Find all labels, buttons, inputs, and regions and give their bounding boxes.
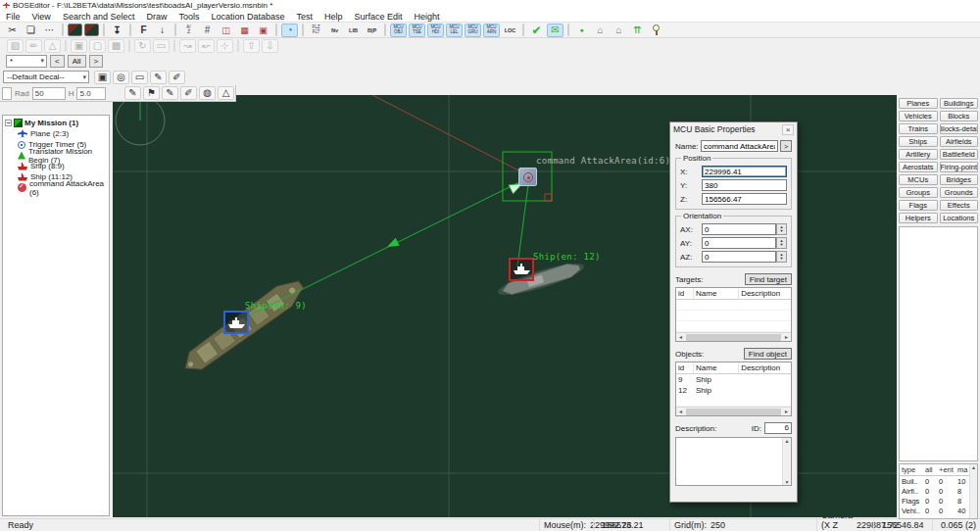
category-button[interactable]: Grounds (940, 187, 979, 198)
decal-pick-button[interactable]: ✎ (150, 71, 167, 84)
category-button[interactable]: Battlefield (940, 149, 979, 160)
scroll-left-icon[interactable]: ◄ (676, 409, 685, 414)
airfield-a-button[interactable]: ⌂ (592, 24, 609, 37)
dialog-title-bar[interactable]: MCU Basic Properties × (670, 122, 797, 136)
surface-edit-b-button[interactable]: ✐ (180, 86, 197, 100)
separator[interactable] (567, 24, 569, 36)
separator[interactable] (173, 39, 175, 52)
spinner-control[interactable]: ▲▼ (776, 251, 787, 263)
category-button[interactable]: Locations (940, 213, 979, 223)
menu-item[interactable]: Draw (140, 12, 172, 22)
scroll-thumb[interactable] (686, 334, 781, 341)
texture-grid-button[interactable]: ▩ (108, 39, 124, 53)
separator[interactable] (275, 24, 277, 36)
surface-pick-button[interactable]: ✎ (124, 86, 141, 100)
name-input[interactable] (701, 140, 778, 152)
drop-to-ground-button[interactable]: ↧ (109, 24, 125, 37)
position-input[interactable] (702, 166, 787, 177)
category-button[interactable]: Vehicles (899, 111, 938, 121)
shape-rect-button[interactable]: ▭ (153, 39, 170, 53)
orientation-input[interactable] (702, 223, 776, 235)
filter-bp-button[interactable]: B|P (364, 24, 380, 37)
node-curve-button[interactable]: ↜ (198, 39, 215, 53)
category-button[interactable]: Planes (899, 98, 938, 109)
filter-nv-button[interactable]: Nv (326, 24, 343, 37)
description-textarea[interactable]: ▲ ▼ (675, 437, 792, 486)
object-row[interactable]: 9 Ship (676, 374, 791, 385)
category-button[interactable]: Firing-point (940, 162, 979, 172)
decal-image-button[interactable]: ▣ (94, 71, 111, 84)
category-button[interactable]: Aerostats (899, 162, 938, 172)
separator[interactable] (65, 39, 67, 52)
decal-paint-button[interactable]: ▧ (7, 39, 24, 53)
grid-button[interactable]: # (199, 24, 216, 37)
texture-image-button[interactable]: ▣ (71, 39, 87, 53)
menu-item[interactable]: Surface Edit (349, 12, 409, 22)
map-ids-button[interactable]: ◫ (218, 24, 234, 37)
mcu-arn-button[interactable]: MCU ARN (483, 24, 500, 37)
decal-polygon-button[interactable]: △ (44, 39, 61, 53)
expand-name-button[interactable]: > (780, 140, 792, 152)
radius-input[interactable] (32, 87, 66, 100)
object-list[interactable] (899, 226, 978, 461)
scroll-right-icon[interactable]: ► (782, 334, 791, 340)
objects-table[interactable]: id Name Description 9 Ship 12 Ship (675, 362, 792, 416)
category-button[interactable]: Effects (940, 200, 979, 211)
mcu-gru-button[interactable]: MCU GRU (465, 24, 481, 37)
tree-item[interactable]: Plane (2:3) (18, 128, 109, 139)
targets-table[interactable]: id Name Description ◄ ► (675, 287, 792, 342)
all-button[interactable]: All (68, 55, 86, 68)
vertical-scrollbar[interactable]: ▲ ▼ (782, 438, 791, 485)
ship9-selection[interactable] (224, 312, 248, 333)
map-preview-2[interactable] (84, 24, 99, 36)
attack-area-mcu-icon[interactable] (518, 168, 537, 186)
menu-item[interactable]: Height (409, 12, 446, 22)
shape-rotate-button[interactable]: ↻ (134, 39, 151, 53)
close-icon[interactable]: × (782, 124, 794, 135)
tree-item[interactable]: command AttackArea (6) (18, 182, 109, 193)
scroll-up-icon[interactable]: ▲ (785, 438, 790, 444)
scroll-thumb[interactable] (686, 409, 781, 415)
selector-combo[interactable]: * (6, 55, 47, 68)
import-height-button[interactable]: ↓ (154, 24, 171, 37)
category-button[interactable]: Blocks (940, 111, 979, 121)
separator[interactable] (129, 24, 131, 36)
message-button[interactable]: ✉ (547, 24, 564, 37)
spawn-arrows-button[interactable]: ⇈ (629, 24, 646, 37)
separator[interactable] (103, 24, 105, 36)
category-button[interactable]: Trains (899, 123, 938, 134)
copy-button[interactable]: ❏ (23, 24, 39, 37)
tree-item[interactable]: Translator Mission Begin (7) (18, 150, 109, 161)
filter-flz-flt-button[interactable]: FLZ FLT (308, 24, 324, 37)
mcu-tse-button[interactable]: MCU TSE (409, 24, 425, 37)
position-input[interactable] (702, 193, 787, 205)
key-button[interactable] (648, 24, 664, 37)
object-row[interactable]: 12 Ship (676, 385, 791, 396)
sort-az-button[interactable]: A/ Z (180, 24, 197, 37)
height-input[interactable] (76, 87, 106, 100)
validate-button[interactable]: ✔ (528, 24, 545, 37)
category-button[interactable]: Helpers (899, 213, 938, 223)
separator[interactable] (174, 24, 176, 36)
category-button[interactable]: Airfields (940, 136, 979, 147)
texture-frame-button[interactable]: ▢ (89, 39, 106, 53)
category-button[interactable]: Buildings (940, 98, 979, 109)
counts-scrollbar[interactable]: ▲ (969, 464, 977, 518)
map-links-button[interactable]: ▦ (236, 24, 253, 37)
mcu-hdi-button[interactable]: MCU HDI (427, 24, 444, 37)
menu-item[interactable]: Location Database (205, 12, 290, 22)
surface-edit-a-button[interactable]: ✎ (162, 86, 178, 100)
scroll-right-icon[interactable]: ► (782, 409, 791, 414)
map-preview-1[interactable] (68, 24, 82, 36)
separator[interactable] (128, 39, 130, 52)
menu-item[interactable]: File (0, 12, 26, 22)
green-dot-button[interactable]: ● (573, 24, 590, 37)
horizontal-scrollbar[interactable]: ◄ ► (676, 407, 791, 415)
filter-lib-button[interactable]: LIB (345, 24, 362, 37)
separator[interactable] (302, 24, 304, 36)
cut-button[interactable]: ✂ (4, 24, 21, 37)
decal-target-button[interactable]: ◎ (113, 71, 129, 84)
surface-flag-button[interactable]: ⚑ (143, 86, 160, 100)
find-target-button[interactable]: Find target (745, 273, 792, 285)
mcu-lel-button[interactable]: MCU LEL (446, 24, 463, 37)
